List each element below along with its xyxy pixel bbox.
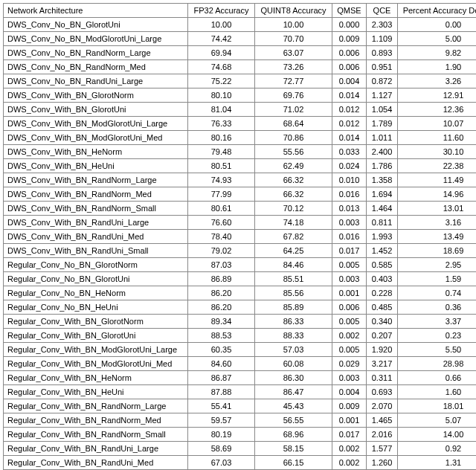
cell-qmse: 0.005	[332, 343, 367, 357]
cell-fp32: 80.61	[188, 202, 255, 216]
table-row: DWS_Conv_With_BN_ModGlorotUni_Med80.1670…	[4, 131, 477, 145]
cell-pad: 5.00	[398, 32, 477, 46]
col-fp32: FP32 Accuracy	[188, 4, 255, 18]
cell-qce: 0.340	[367, 315, 398, 329]
table-row: DWS_Conv_With_BN_RandUni_Small79.0264.25…	[4, 244, 477, 258]
table-row: Regular_Conv_With_BN_GlorotNorm89.3486.3…	[4, 315, 477, 329]
cell-qce: 0.403	[367, 272, 398, 286]
cell-qce: 2.303	[367, 18, 398, 32]
cell-arch: DWS_Conv_With_BN_RandUni_Med	[4, 230, 188, 244]
table-row: DWS_Conv_No_BN_ModGlorotUni_Large74.4270…	[4, 32, 477, 46]
cell-qce: 1.011	[367, 131, 398, 145]
table-row: Regular_Conv_With_BN_ModGlorotUni_Large6…	[4, 343, 477, 357]
cell-arch: DWS_Conv_No_BN_ModGlorotUni_Large	[4, 32, 188, 46]
table-row: DWS_Conv_With_BN_HeNorm79.4855.560.0332.…	[4, 145, 477, 159]
cell-fp32: 79.02	[188, 244, 255, 258]
table-row: DWS_Conv_No_BN_GlorotUni10.0010.000.0002…	[4, 18, 477, 32]
cell-qmse: 0.003	[332, 272, 367, 286]
cell-pad: 30.10	[398, 145, 477, 159]
table-row: DWS_Conv_With_BN_RandNorm_Large74.9366.3…	[4, 173, 477, 187]
cell-pad: 12.91	[398, 88, 477, 103]
cell-qce: 1.577	[367, 442, 398, 456]
cell-fp32: 84.60	[188, 357, 255, 371]
cell-arch: Regular_Conv_With_BN_HeUni	[4, 385, 188, 399]
cell-fp32: 88.53	[188, 329, 255, 343]
cell-arch: Regular_Conv_No_BN_GlorotUni	[4, 272, 188, 286]
cell-arch: Regular_Conv_With_BN_RandNorm_Large	[4, 399, 188, 413]
cell-quint8: 73.26	[255, 60, 332, 74]
cell-qmse: 0.014	[332, 131, 367, 145]
cell-quint8: 72.77	[255, 74, 332, 88]
cell-qmse: 0.012	[332, 103, 367, 117]
cell-quint8: 69.76	[255, 88, 332, 103]
cell-pad: 0.74	[398, 286, 477, 300]
cell-arch: Regular_Conv_With_BN_ModGlorotUni_Med	[4, 357, 188, 371]
cell-pad: 2.95	[398, 258, 477, 272]
cell-pad: 3.26	[398, 74, 477, 88]
table-row: Regular_Conv_No_BN_HeNorm86.2085.560.001…	[4, 286, 477, 300]
cell-fp32: 79.48	[188, 145, 255, 159]
table-row: Regular_Conv_With_BN_HeNorm86.8786.300.0…	[4, 371, 477, 385]
cell-qmse: 0.009	[332, 32, 367, 46]
cell-qce: 0.585	[367, 258, 398, 272]
cell-qce: 0.693	[367, 385, 398, 399]
cell-fp32: 80.51	[188, 159, 255, 173]
table-row: DWS_Conv_With_BN_RandUni_Large76.6074.18…	[4, 216, 477, 230]
cell-qce: 1.260	[367, 456, 398, 470]
cell-fp32: 67.03	[188, 456, 255, 470]
cell-fp32: 58.69	[188, 442, 255, 456]
cell-quint8: 84.46	[255, 258, 332, 272]
table-row: DWS_Conv_With_BN_GlorotNorm80.1069.760.0…	[4, 88, 477, 103]
cell-quint8: 70.70	[255, 32, 332, 46]
cell-quint8: 62.49	[255, 159, 332, 173]
col-arch: Network Architecture	[4, 4, 188, 18]
cell-quint8: 58.15	[255, 442, 332, 456]
cell-quint8: 85.89	[255, 300, 332, 315]
table-row: Regular_Conv_With_BN_HeUni87.8886.470.00…	[4, 385, 477, 399]
col-qmse: QMSE	[332, 4, 367, 18]
cell-pad: 18.69	[398, 244, 477, 258]
cell-qce: 1.358	[367, 173, 398, 187]
table-row: DWS_Conv_With_BN_HeUni80.5162.490.0241.7…	[4, 159, 477, 173]
cell-pad: 14.96	[398, 187, 477, 202]
cell-pad: 0.23	[398, 329, 477, 343]
cell-arch: DWS_Conv_No_BN_GlorotUni	[4, 18, 188, 32]
table-row: Regular_Conv_With_BN_RandNorm_Large55.41…	[4, 399, 477, 413]
cell-pad: 11.60	[398, 131, 477, 145]
cell-qce: 1.452	[367, 244, 398, 258]
cell-qce: 0.311	[367, 371, 398, 385]
cell-qce: 2.016	[367, 428, 398, 442]
cell-qmse: 0.016	[332, 230, 367, 244]
cell-arch: DWS_Conv_With_BN_RandUni_Small	[4, 244, 188, 258]
table-row: DWS_Conv_With_BN_ModGlorotUni_Large76.33…	[4, 117, 477, 131]
cell-qce: 1.127	[367, 88, 398, 103]
cell-fp32: 86.87	[188, 371, 255, 385]
table-row: Regular_Conv_With_BN_GlorotUni88.5388.33…	[4, 329, 477, 343]
cell-pad: 1.90	[398, 60, 477, 74]
cell-quint8: 70.86	[255, 131, 332, 145]
table-row: Regular_Conv_With_BN_RandUni_Med67.0366.…	[4, 456, 477, 470]
cell-qmse: 0.006	[332, 60, 367, 74]
cell-fp32: 60.35	[188, 343, 255, 357]
cell-qmse: 0.005	[332, 315, 367, 329]
table-row: Regular_Conv_With_BN_RandUni_Large58.695…	[4, 442, 477, 456]
cell-arch: DWS_Conv_No_BN_RandNorm_Large	[4, 46, 188, 60]
cell-arch: DWS_Conv_With_BN_ModGlorotUni_Large	[4, 117, 188, 131]
table-row: DWS_Conv_With_BN_GlorotUni81.0471.020.01…	[4, 103, 477, 117]
cell-qmse: 0.003	[332, 371, 367, 385]
cell-quint8: 68.64	[255, 117, 332, 131]
cell-fp32: 86.20	[188, 286, 255, 300]
cell-fp32: 55.41	[188, 399, 255, 413]
cell-arch: Regular_Conv_With_BN_GlorotNorm	[4, 315, 188, 329]
cell-qmse: 0.010	[332, 173, 367, 187]
col-quint8: QUINT8 Accuracy	[255, 4, 332, 18]
cell-qmse: 0.004	[332, 385, 367, 399]
cell-arch: DWS_Conv_No_BN_RandNorm_Med	[4, 60, 188, 74]
cell-quint8: 64.25	[255, 244, 332, 258]
cell-arch: DWS_Conv_With_BN_RandUni_Large	[4, 216, 188, 230]
cell-qce: 1.786	[367, 159, 398, 173]
cell-qce: 1.464	[367, 202, 398, 216]
cell-arch: DWS_Conv_With_BN_GlorotNorm	[4, 88, 188, 103]
cell-quint8: 70.12	[255, 202, 332, 216]
cell-quint8: 86.47	[255, 385, 332, 399]
